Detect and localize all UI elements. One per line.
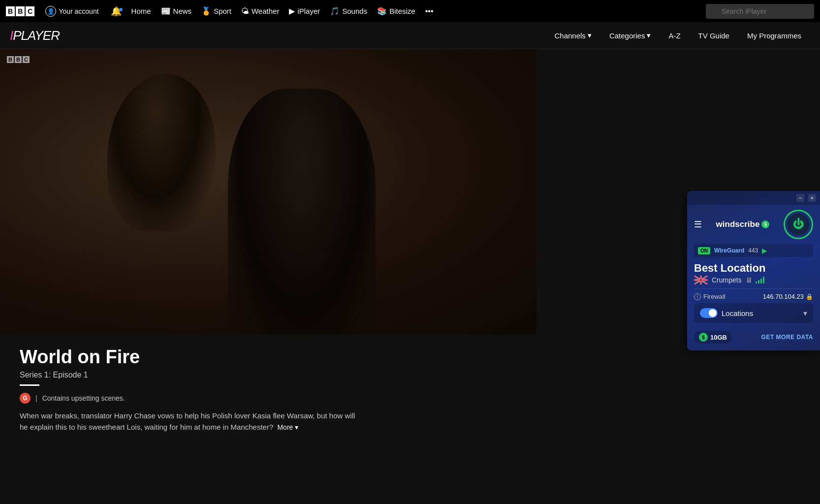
- ws-port: 443: [748, 247, 758, 254]
- channels-label: Channels: [554, 32, 585, 40]
- bbc-logo-b1: B: [6, 6, 15, 16]
- more-link[interactable]: More ▾: [277, 423, 298, 431]
- nav-sounds[interactable]: 🎵 Sounds: [325, 0, 372, 22]
- ws-locations-button[interactable]: Locations ▾: [694, 303, 813, 323]
- close-icon: ×: [811, 195, 814, 201]
- menu-myprogrammes[interactable]: My Programmes: [738, 22, 810, 49]
- show-divider: [20, 384, 39, 386]
- ws-port-arrow: ▶: [762, 247, 767, 254]
- content-badge: G: [20, 393, 31, 404]
- ws-firewall-text: Firewall: [703, 293, 725, 300]
- ws-close-button[interactable]: ×: [808, 194, 816, 202]
- ws-get-more-data-button[interactable]: GET MORE DATA: [761, 334, 813, 341]
- pipe-separator: |: [35, 394, 37, 402]
- bbc-logo[interactable]: B B C: [6, 6, 34, 16]
- categories-arrow: ▾: [647, 31, 651, 40]
- az-label: A-Z: [668, 32, 680, 40]
- ws-chevron-down-icon: ▾: [803, 309, 807, 318]
- show-series: Series 1: Episode 1: [20, 371, 517, 379]
- news-icon: 📰: [161, 6, 171, 16]
- background-figure: [228, 89, 376, 335]
- ws-location-sub: Crumpets 🖥: [694, 276, 813, 284]
- your-account-label: Your account: [59, 7, 98, 15]
- ws-data-icon: $: [699, 333, 708, 342]
- menu-channels[interactable]: Channels ▾: [545, 22, 600, 49]
- nav-weather-label: Weather: [252, 7, 279, 15]
- bbc-logo-b2: B: [16, 6, 25, 16]
- weather-icon: 🌤: [241, 7, 249, 16]
- ws-toggle-thumb: [709, 309, 717, 317]
- nav-home-label: Home: [131, 7, 151, 15]
- your-account-button[interactable]: 👤 Your account: [41, 6, 102, 17]
- bar-4: [763, 277, 764, 284]
- sport-icon: 🏅: [201, 6, 211, 16]
- iplayer-menu: Channels ▾ Categories ▾ A-Z TV Guide My …: [545, 22, 810, 49]
- iplayer-logo-text: PLAYER: [13, 28, 60, 43]
- nav-iplayer[interactable]: ▶ iPlayer: [284, 0, 325, 22]
- monitor-icon: 🖥: [746, 276, 753, 284]
- ws-firewall-label: i Firewall: [694, 293, 725, 300]
- ws-header: ☰ windscribe 5 ⏻: [694, 210, 813, 239]
- search-input[interactable]: [706, 4, 814, 19]
- lock-icon: 🔒: [806, 293, 813, 300]
- person-icon: 👤: [45, 6, 56, 17]
- nav-weather[interactable]: 🌤 Weather: [236, 0, 284, 22]
- ws-brand: windscribe 5: [716, 220, 770, 229]
- menu-az[interactable]: A-Z: [660, 22, 689, 49]
- show-title: World on Fire: [20, 346, 517, 368]
- ws-titlebar: − ×: [687, 191, 820, 205]
- ws-power-button[interactable]: ⏻: [784, 210, 813, 239]
- ws-signal-bars: 🖥: [746, 276, 764, 284]
- wm-b2: B: [15, 56, 22, 63]
- ws-location-label: Best Location: [694, 262, 813, 275]
- ws-locations-left: Locations: [700, 308, 753, 318]
- nav-news-label: News: [173, 7, 192, 15]
- ws-info-icon[interactable]: i: [694, 293, 701, 300]
- ws-toggle: [700, 308, 718, 318]
- ws-protocol: WireGuard: [714, 247, 744, 254]
- ws-data-amount: 10GB: [710, 334, 727, 341]
- nav-sport-label: Sport: [214, 7, 231, 15]
- ws-firewall-ip: 146.70.104.23 🔒: [763, 293, 813, 300]
- bar-3: [760, 279, 762, 284]
- tvguide-label: TV Guide: [698, 32, 729, 40]
- ws-toggle-track[interactable]: [700, 308, 718, 318]
- nav-news[interactable]: 📰 News: [156, 0, 197, 22]
- show-description: When war breaks, translator Harry Chase …: [20, 410, 364, 433]
- wm-c: C: [23, 56, 30, 63]
- show-info: World on Fire Series 1: Episode 1 G | Co…: [0, 335, 536, 444]
- iplayer-icon: ▶: [289, 6, 295, 16]
- content-warning: G | Contains upsetting scenes.: [20, 393, 517, 404]
- video-background: [0, 49, 536, 335]
- notifications-button[interactable]: 🔔: [106, 6, 126, 17]
- ws-power-inner: ⏻: [788, 214, 809, 235]
- iplayer-logo[interactable]: iPLAYER: [10, 28, 60, 43]
- ws-brand-name: windscribe: [716, 220, 760, 229]
- sounds-icon: 🎵: [330, 6, 340, 16]
- ws-signal-strength: [756, 277, 764, 284]
- top-nav: B B C 👤 Your account 🔔 Home 📰 News 🏅 Spo…: [0, 0, 820, 22]
- bar-2: [758, 280, 759, 284]
- ws-location-main: Best Location Crumpets 🖥: [694, 262, 813, 284]
- ws-body: ☰ windscribe 5 ⏻ ON WireGuard 443 ▶: [687, 205, 820, 350]
- notification-dot: [119, 8, 123, 11]
- ws-locations-text: Locations: [722, 309, 753, 317]
- nav-bitesize-label: Bitesize: [389, 7, 415, 15]
- nav-home[interactable]: Home: [126, 0, 156, 22]
- ws-version-badge: 5: [761, 220, 769, 228]
- ws-minimize-button[interactable]: −: [796, 194, 804, 202]
- ws-ip-address: 146.70.104.23: [763, 293, 804, 300]
- uk-flag-icon: [694, 276, 708, 284]
- ws-on-badge: ON: [698, 247, 710, 254]
- nav-sport[interactable]: 🏅 Sport: [196, 0, 236, 22]
- search-wrapper: 🔍: [706, 4, 814, 19]
- video-player[interactable]: B B C: [0, 49, 536, 335]
- nav-iplayer-label: iPlayer: [297, 7, 320, 15]
- menu-tvguide[interactable]: TV Guide: [690, 22, 738, 49]
- nav-more-button[interactable]: •••: [420, 0, 439, 22]
- ws-data-badge: $ 10GB: [694, 331, 732, 344]
- ws-hamburger-icon[interactable]: ☰: [694, 219, 702, 230]
- nav-bitesize[interactable]: 📚 Bitesize: [372, 0, 420, 22]
- menu-categories[interactable]: Categories ▾: [600, 22, 660, 49]
- iplayer-nav: iPLAYER Channels ▾ Categories ▾ A-Z TV G…: [0, 22, 820, 49]
